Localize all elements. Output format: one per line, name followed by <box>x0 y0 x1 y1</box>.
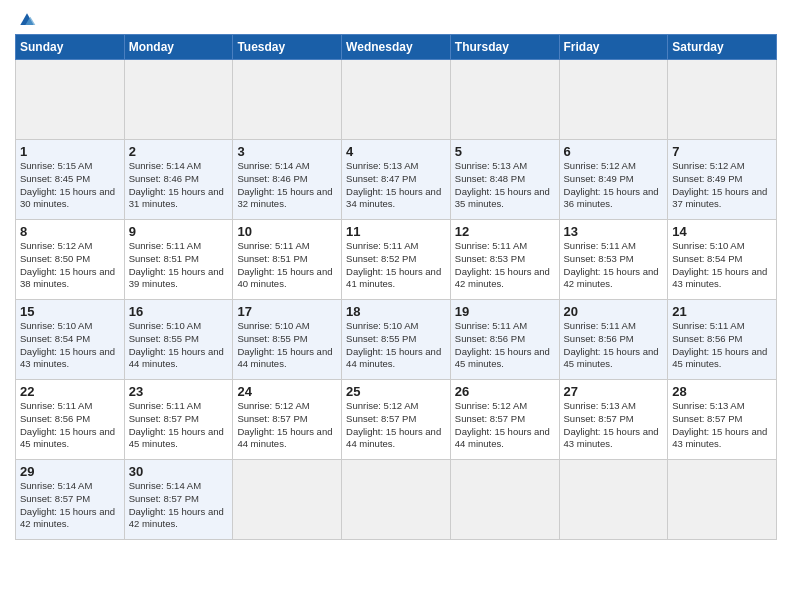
calendar-cell: 27Sunrise: 5:13 AMSunset: 8:57 PMDayligh… <box>559 380 668 460</box>
day-info: Sunrise: 5:13 AMSunset: 8:47 PMDaylight:… <box>346 160 446 211</box>
column-header-saturday: Saturday <box>668 35 777 60</box>
day-number: 10 <box>237 224 337 239</box>
calendar-cell: 9Sunrise: 5:11 AMSunset: 8:51 PMDaylight… <box>124 220 233 300</box>
calendar-week-row: 1Sunrise: 5:15 AMSunset: 8:45 PMDaylight… <box>16 140 777 220</box>
day-info: Sunrise: 5:11 AMSunset: 8:53 PMDaylight:… <box>455 240 555 291</box>
day-number: 7 <box>672 144 772 159</box>
calendar-cell: 16Sunrise: 5:10 AMSunset: 8:55 PMDayligh… <box>124 300 233 380</box>
day-info: Sunrise: 5:13 AMSunset: 8:57 PMDaylight:… <box>672 400 772 451</box>
day-info: Sunrise: 5:15 AMSunset: 8:45 PMDaylight:… <box>20 160 120 211</box>
calendar-cell <box>668 460 777 540</box>
column-header-sunday: Sunday <box>16 35 125 60</box>
calendar-week-row <box>16 60 777 140</box>
day-number: 5 <box>455 144 555 159</box>
calendar-cell <box>233 60 342 140</box>
day-info: Sunrise: 5:12 AMSunset: 8:49 PMDaylight:… <box>672 160 772 211</box>
day-number: 3 <box>237 144 337 159</box>
day-info: Sunrise: 5:14 AMSunset: 8:46 PMDaylight:… <box>237 160 337 211</box>
calendar-cell: 20Sunrise: 5:11 AMSunset: 8:56 PMDayligh… <box>559 300 668 380</box>
calendar-cell <box>124 60 233 140</box>
calendar-cell: 23Sunrise: 5:11 AMSunset: 8:57 PMDayligh… <box>124 380 233 460</box>
calendar-cell <box>233 460 342 540</box>
logo <box>15 10 37 28</box>
calendar-cell: 15Sunrise: 5:10 AMSunset: 8:54 PMDayligh… <box>16 300 125 380</box>
calendar-cell: 12Sunrise: 5:11 AMSunset: 8:53 PMDayligh… <box>450 220 559 300</box>
day-info: Sunrise: 5:14 AMSunset: 8:57 PMDaylight:… <box>129 480 229 531</box>
calendar-cell: 19Sunrise: 5:11 AMSunset: 8:56 PMDayligh… <box>450 300 559 380</box>
calendar-cell: 4Sunrise: 5:13 AMSunset: 8:47 PMDaylight… <box>342 140 451 220</box>
day-number: 23 <box>129 384 229 399</box>
day-info: Sunrise: 5:10 AMSunset: 8:54 PMDaylight:… <box>20 320 120 371</box>
calendar-cell: 22Sunrise: 5:11 AMSunset: 8:56 PMDayligh… <box>16 380 125 460</box>
day-info: Sunrise: 5:11 AMSunset: 8:56 PMDaylight:… <box>20 400 120 451</box>
calendar-cell <box>559 460 668 540</box>
day-info: Sunrise: 5:11 AMSunset: 8:52 PMDaylight:… <box>346 240 446 291</box>
day-number: 2 <box>129 144 229 159</box>
calendar-cell: 7Sunrise: 5:12 AMSunset: 8:49 PMDaylight… <box>668 140 777 220</box>
calendar-cell: 24Sunrise: 5:12 AMSunset: 8:57 PMDayligh… <box>233 380 342 460</box>
day-info: Sunrise: 5:11 AMSunset: 8:56 PMDaylight:… <box>564 320 664 371</box>
day-number: 21 <box>672 304 772 319</box>
day-number: 18 <box>346 304 446 319</box>
day-number: 16 <box>129 304 229 319</box>
calendar-cell: 18Sunrise: 5:10 AMSunset: 8:55 PMDayligh… <box>342 300 451 380</box>
calendar-cell: 17Sunrise: 5:10 AMSunset: 8:55 PMDayligh… <box>233 300 342 380</box>
calendar-cell: 21Sunrise: 5:11 AMSunset: 8:56 PMDayligh… <box>668 300 777 380</box>
day-number: 8 <box>20 224 120 239</box>
day-info: Sunrise: 5:12 AMSunset: 8:57 PMDaylight:… <box>237 400 337 451</box>
day-number: 1 <box>20 144 120 159</box>
day-info: Sunrise: 5:11 AMSunset: 8:53 PMDaylight:… <box>564 240 664 291</box>
day-number: 9 <box>129 224 229 239</box>
calendar-cell <box>559 60 668 140</box>
calendar-week-row: 15Sunrise: 5:10 AMSunset: 8:54 PMDayligh… <box>16 300 777 380</box>
day-number: 17 <box>237 304 337 319</box>
day-number: 19 <box>455 304 555 319</box>
day-info: Sunrise: 5:11 AMSunset: 8:56 PMDaylight:… <box>672 320 772 371</box>
day-number: 25 <box>346 384 446 399</box>
column-header-tuesday: Tuesday <box>233 35 342 60</box>
calendar-cell: 11Sunrise: 5:11 AMSunset: 8:52 PMDayligh… <box>342 220 451 300</box>
calendar-cell <box>450 460 559 540</box>
day-info: Sunrise: 5:11 AMSunset: 8:56 PMDaylight:… <box>455 320 555 371</box>
day-info: Sunrise: 5:13 AMSunset: 8:48 PMDaylight:… <box>455 160 555 211</box>
day-number: 29 <box>20 464 120 479</box>
day-info: Sunrise: 5:11 AMSunset: 8:57 PMDaylight:… <box>129 400 229 451</box>
day-info: Sunrise: 5:14 AMSunset: 8:57 PMDaylight:… <box>20 480 120 531</box>
calendar-cell: 25Sunrise: 5:12 AMSunset: 8:57 PMDayligh… <box>342 380 451 460</box>
day-number: 15 <box>20 304 120 319</box>
logo-icon <box>17 10 37 30</box>
day-number: 28 <box>672 384 772 399</box>
day-info: Sunrise: 5:11 AMSunset: 8:51 PMDaylight:… <box>237 240 337 291</box>
calendar-cell <box>342 60 451 140</box>
day-number: 14 <box>672 224 772 239</box>
day-info: Sunrise: 5:10 AMSunset: 8:55 PMDaylight:… <box>129 320 229 371</box>
calendar-cell: 2Sunrise: 5:14 AMSunset: 8:46 PMDaylight… <box>124 140 233 220</box>
calendar-cell: 10Sunrise: 5:11 AMSunset: 8:51 PMDayligh… <box>233 220 342 300</box>
day-info: Sunrise: 5:12 AMSunset: 8:57 PMDaylight:… <box>455 400 555 451</box>
calendar-cell: 6Sunrise: 5:12 AMSunset: 8:49 PMDaylight… <box>559 140 668 220</box>
calendar-cell: 3Sunrise: 5:14 AMSunset: 8:46 PMDaylight… <box>233 140 342 220</box>
day-info: Sunrise: 5:10 AMSunset: 8:55 PMDaylight:… <box>237 320 337 371</box>
day-info: Sunrise: 5:14 AMSunset: 8:46 PMDaylight:… <box>129 160 229 211</box>
day-number: 24 <box>237 384 337 399</box>
day-number: 30 <box>129 464 229 479</box>
calendar-table: SundayMondayTuesdayWednesdayThursdayFrid… <box>15 34 777 540</box>
calendar-week-row: 8Sunrise: 5:12 AMSunset: 8:50 PMDaylight… <box>16 220 777 300</box>
day-number: 11 <box>346 224 446 239</box>
column-header-wednesday: Wednesday <box>342 35 451 60</box>
calendar-cell: 14Sunrise: 5:10 AMSunset: 8:54 PMDayligh… <box>668 220 777 300</box>
calendar-cell: 13Sunrise: 5:11 AMSunset: 8:53 PMDayligh… <box>559 220 668 300</box>
day-number: 22 <box>20 384 120 399</box>
day-number: 6 <box>564 144 664 159</box>
calendar-cell <box>450 60 559 140</box>
calendar-cell <box>16 60 125 140</box>
day-info: Sunrise: 5:12 AMSunset: 8:50 PMDaylight:… <box>20 240 120 291</box>
calendar-week-row: 29Sunrise: 5:14 AMSunset: 8:57 PMDayligh… <box>16 460 777 540</box>
day-number: 12 <box>455 224 555 239</box>
header <box>15 10 777 28</box>
day-number: 13 <box>564 224 664 239</box>
calendar-week-row: 22Sunrise: 5:11 AMSunset: 8:56 PMDayligh… <box>16 380 777 460</box>
calendar-cell <box>342 460 451 540</box>
day-number: 27 <box>564 384 664 399</box>
calendar-header-row: SundayMondayTuesdayWednesdayThursdayFrid… <box>16 35 777 60</box>
